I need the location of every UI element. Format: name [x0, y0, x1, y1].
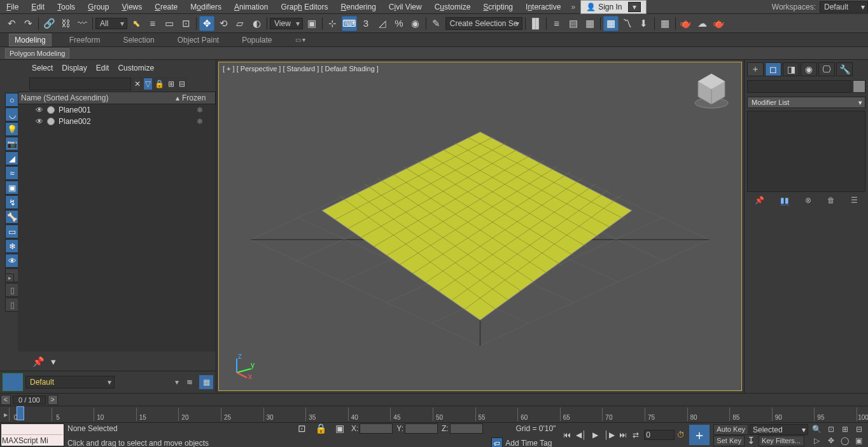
move-button[interactable]: ✥ — [199, 16, 214, 31]
angle-snap-button[interactable]: ◿ — [375, 16, 390, 31]
filter-frozen[interactable]: ❄ — [5, 239, 19, 253]
show-end-result-button[interactable]: ▮▮ — [780, 196, 789, 205]
render-in-cloud-button[interactable]: ☁ — [695, 16, 710, 31]
key-filters-button[interactable]: Key Filters... — [759, 436, 804, 446]
filter-groups[interactable]: ▣ — [5, 181, 19, 195]
clear-search-button[interactable]: ✕ — [132, 78, 142, 90]
lock-selection-icon[interactable]: ⊡ — [294, 421, 309, 436]
menu-rendering[interactable]: Rendering — [334, 1, 382, 13]
sort-options-button[interactable]: ⊟ — [177, 78, 186, 90]
filter-lights[interactable]: 💡 — [5, 122, 19, 136]
filter-helpers[interactable]: ◢ — [5, 151, 19, 165]
curve-editor-button[interactable]: ▦ — [603, 16, 619, 31]
time-config-button[interactable]: ⏱ — [676, 430, 686, 439]
make-unique-button[interactable]: ⊗ — [805, 196, 811, 205]
menu-interactive[interactable]: Interactive — [519, 1, 567, 13]
isolate-icon[interactable]: ▣ — [332, 421, 347, 436]
render-setup-button[interactable]: ▦ — [657, 16, 673, 31]
se-menu-customize[interactable]: Customize — [118, 64, 154, 72]
se-menu-display[interactable]: Display — [62, 64, 87, 72]
mirror-button[interactable]: ▐▌ — [528, 16, 543, 31]
signin-dropdown[interactable]: ▾ — [628, 2, 641, 12]
add-time-tag-button[interactable]: 🏷Add Time Tag — [487, 437, 556, 447]
key-target-selector[interactable]: Selected — [750, 424, 808, 435]
modifier-list-dropdown[interactable]: Modifier List — [747, 97, 865, 108]
modifier-stack[interactable] — [747, 111, 865, 192]
menu-views[interactable]: Views — [115, 1, 148, 13]
filter-spacewarps[interactable]: ≈ — [5, 166, 19, 180]
unlink-button[interactable]: ⛓ — [58, 16, 73, 31]
frozen-toggle[interactable]: ❄ — [184, 117, 216, 126]
pin-dropdown[interactable]: ▾ — [46, 354, 61, 369]
schematic-view-button[interactable]: 〽 — [620, 16, 635, 31]
named-selection-set[interactable]: Create Selection Se — [445, 17, 522, 30]
viewcube[interactable] — [689, 67, 734, 112]
menu-animation[interactable]: Animation — [228, 1, 274, 13]
layer-btn1[interactable]: ≋ — [183, 375, 197, 389]
menu-overflow[interactable]: » — [567, 3, 579, 11]
cp-utilities-tab[interactable]: 🔧 — [836, 62, 853, 76]
remove-modifier-button[interactable]: 🗑 — [827, 196, 835, 205]
set-key-large-button[interactable]: ＋ — [689, 425, 710, 445]
spinner-snap-button[interactable]: ◉ — [408, 16, 423, 31]
selection-filter[interactable]: All — [95, 18, 127, 29]
goto-end-button[interactable]: ⏭ — [617, 429, 629, 441]
z-coord-input[interactable] — [450, 423, 483, 434]
column-name[interactable]: Name (Sorted Ascending) — [18, 93, 173, 102]
key-mode-toggle[interactable]: ⇄ — [633, 430, 643, 439]
object-color-swatch[interactable] — [47, 118, 55, 125]
select-region-rect-button[interactable]: ▭ — [162, 16, 177, 31]
ribbon-tab-selection[interactable]: Selection — [118, 34, 159, 46]
pin-button[interactable]: 📌 — [31, 354, 46, 369]
layer-selector[interactable]: Default — [25, 376, 115, 389]
scale-button[interactable]: ▱ — [232, 16, 248, 31]
cp-display-tab[interactable]: 🖵 — [818, 62, 835, 76]
rotate-button[interactable]: ⟲ — [216, 16, 231, 31]
visibility-toggle[interactable]: 👁 — [34, 106, 45, 114]
track-prev-button[interactable]: < — [1, 395, 11, 405]
cp-motion-tab[interactable]: ◉ — [801, 62, 817, 76]
filter-toggle-button[interactable]: ▽ — [143, 78, 153, 90]
pan-button[interactable]: ✥ — [824, 436, 837, 446]
menu-edit[interactable]: Edit — [25, 1, 51, 13]
render-production-button[interactable]: 🫖 — [711, 16, 727, 31]
viewport-perspective[interactable]: [ + ] [ Perspective ] [ Standard ] [ Def… — [218, 62, 742, 391]
menu-grapheditors[interactable]: Graph Editors — [274, 1, 334, 13]
undo-button[interactable]: ↶ — [4, 16, 19, 31]
orbit-button[interactable]: ◯ — [838, 436, 851, 446]
y-coord-input[interactable] — [405, 423, 438, 434]
ribbon-polygon-modeling[interactable]: Polygon Modeling — [5, 48, 69, 58]
frozen-toggle[interactable]: ❄ — [184, 106, 216, 114]
ribbon-tab-modeling[interactable]: Modeling — [9, 34, 52, 46]
goto-start-button[interactable]: ⏮ — [561, 429, 573, 441]
cp-modify-tab[interactable]: ◻ — [765, 62, 781, 76]
pin-stack-button[interactable]: 📌 — [755, 196, 764, 205]
key-filter-in-button[interactable]: ↧ — [746, 436, 757, 446]
cp-create-tab[interactable]: ＋ — [747, 62, 764, 76]
signin-button[interactable]: 👤 Sign In ▾ — [580, 0, 647, 14]
filter-xref[interactable]: ↯ — [5, 195, 19, 209]
object-color-picker[interactable] — [853, 80, 865, 93]
material-editor-button[interactable]: ⬇ — [636, 16, 652, 31]
filter-cameras[interactable]: 📷 — [5, 137, 19, 151]
bind-spacewarp-button[interactable]: 〰 — [74, 16, 90, 31]
layer-explorer-button[interactable]: ▤ — [566, 16, 581, 31]
column-frozen[interactable]: Frozen — [182, 93, 215, 102]
filter-none3[interactable]: ▯ — [5, 298, 19, 312]
render-frame-button[interactable]: 🫖 — [678, 16, 694, 31]
scene-item[interactable]: 👁 Plane001 ❄ — [18, 104, 216, 116]
percent-snap-button[interactable]: % — [391, 16, 407, 31]
ribbon-tab-freeform[interactable]: Freeform — [64, 34, 106, 46]
menu-tools[interactable]: Tools — [51, 1, 81, 13]
fov-button[interactable]: ▷ — [810, 436, 823, 446]
current-frame-input[interactable] — [644, 430, 675, 440]
prev-frame-button[interactable]: ◀│ — [575, 429, 587, 441]
menu-civilview[interactable]: Civil View — [382, 1, 428, 13]
ref-coord-system[interactable]: View — [270, 18, 303, 29]
filter-geometry[interactable]: ○ — [5, 93, 19, 107]
se-menu-edit[interactable]: Edit — [96, 64, 109, 72]
x-coord-input[interactable] — [360, 423, 393, 434]
snap-3d-button[interactable]: 3 — [358, 16, 374, 31]
menu-file[interactable]: File — [0, 1, 25, 13]
menu-group[interactable]: Group — [81, 1, 115, 13]
